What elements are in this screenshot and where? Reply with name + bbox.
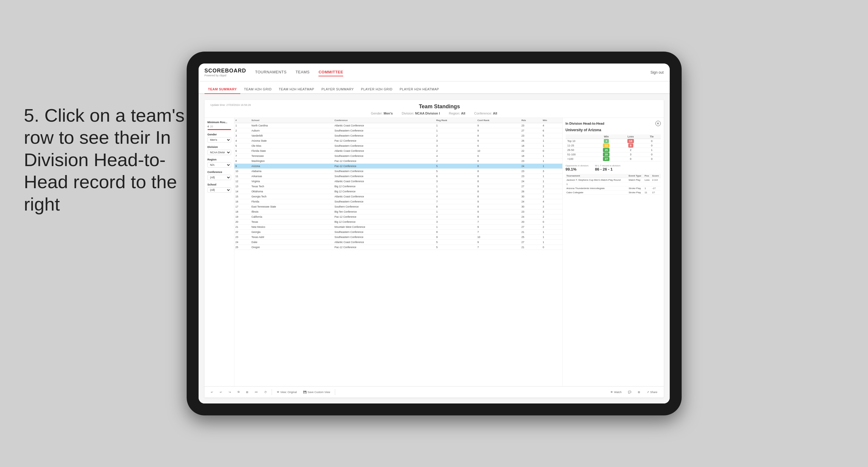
table-row[interactable]: 13 Texas Tech Big 12 Conference 1 9 27 2	[235, 184, 562, 189]
watch-button[interactable]: 👁 Watch	[609, 390, 623, 395]
cell-school: Florida	[250, 199, 333, 204]
h2h-win: 27	[594, 157, 619, 161]
cell-reg-rank: 5	[435, 164, 476, 169]
h2h-range: Top 10	[566, 139, 594, 144]
cell-rds: 18	[520, 144, 541, 149]
share-button[interactable]: ↗ Share	[645, 390, 659, 395]
table-row[interactable]: 1 North Carolina Atlantic Coast Conferen…	[235, 123, 562, 128]
sub-nav-player-h2h-heatmap[interactable]: PLAYER H2H HEATMAP	[396, 85, 442, 94]
cell-rds: 27	[520, 184, 541, 189]
cell-rds: 23	[520, 174, 541, 179]
table-row[interactable]: 4 Arizona State Pac-12 Conference 3 9 26…	[235, 138, 562, 144]
table-row[interactable]: 21 New Mexico Mountain West Conference 1…	[235, 224, 562, 229]
table-row[interactable]: 5 Ole Miss Southeastern Conference 3 6 1…	[235, 144, 562, 149]
table-row[interactable]: 24 Duke Atlantic Coast Conference 5 9 27…	[235, 240, 562, 245]
h2h-win: 20	[594, 152, 619, 157]
clock-button[interactable]: ⏱	[262, 390, 269, 395]
cell-conference: Pac-12 Conference	[333, 214, 435, 219]
table-row[interactable]: 10 Alabama Southeastern Conference 5 8 2…	[235, 169, 562, 174]
school-select[interactable]: (All)	[208, 187, 231, 193]
comment-button[interactable]: 💬	[626, 390, 633, 395]
table-row[interactable]: 16 Florida Southeastern Conference 7 9 2…	[235, 199, 562, 204]
nav-tournaments[interactable]: TOURNAMENTS	[255, 68, 287, 76]
copy-button[interactable]: ⧉	[236, 390, 241, 395]
division-select[interactable]: NCAA Division I	[208, 150, 231, 155]
cell-school: Florida State	[250, 149, 333, 154]
cell-rank: 16	[235, 199, 250, 204]
cell-reg-rank: 3	[435, 138, 476, 144]
nav-committee[interactable]: COMMITTEE	[318, 68, 343, 76]
h2h-close-button[interactable]: ✕	[655, 121, 661, 126]
cell-rank: 9	[235, 164, 250, 169]
table-row[interactable]: 3 Vanderbilt Southeastern Conference 2 8…	[235, 133, 562, 138]
cell-conference: Atlantic Coast Conference	[333, 194, 435, 199]
sub-nav-team-summary[interactable]: TEAM SUMMARY	[205, 85, 241, 94]
table-row[interactable]: 2 Auburn Southeastern Conference 1 9 27 …	[235, 128, 562, 133]
nav-teams[interactable]: TEAMS	[296, 68, 310, 76]
table-row[interactable]: 12 Virginia Atlantic Coast Conference 3 …	[235, 179, 562, 184]
cell-rank: 5	[235, 144, 250, 149]
cell-conference: Southeastern Conference	[333, 229, 435, 235]
h2h-loss: 0	[618, 157, 643, 161]
min-rounds-label: Minimum Rou...	[208, 121, 231, 124]
tournament-pos: Loss	[644, 178, 651, 182]
h2h-loss: 3	[618, 152, 643, 157]
paste-button[interactable]: ⊞	[244, 390, 250, 395]
table-row[interactable]: 6 Florida State Atlantic Coast Conferenc…	[235, 149, 562, 154]
center-panel: # School Conference Reg Rank Conf Rank R…	[235, 118, 562, 386]
table-row[interactable]: 11 Arkansas Southeastern Conference 6 8 …	[235, 174, 562, 179]
cell-school: Texas A&M	[250, 235, 333, 240]
logo-area: SCOREBOARD Powered by clippd	[205, 68, 246, 77]
min-rounds-slider[interactable]	[208, 129, 231, 130]
table-row[interactable]: 17 East Tennessee State Southern Confere…	[235, 204, 562, 209]
table-row[interactable]: 8 Washington Pac-12 Conference 2 8 23 1	[235, 159, 562, 164]
h2h-tie: 0	[643, 144, 661, 148]
tournament-pos	[644, 182, 651, 186]
tournament-row: Cabo Collegiate Stroke Play 11 17	[566, 191, 661, 195]
table-row[interactable]: 18 Illinois Big Ten Conference 1 9 23 3	[235, 209, 562, 214]
bottom-toolbar: ↩ ↩ ↪ ⧉ ⊞ ••• ⏱ 👁 View: Original	[205, 386, 664, 398]
sign-out-link[interactable]: Sign out	[650, 70, 663, 74]
cell-rds: 27	[520, 128, 541, 133]
table-row[interactable]: 25 Oregon Pac-12 Conference 5 7 21 0	[235, 245, 562, 250]
grid-button[interactable]: ⊞	[636, 390, 642, 395]
more-button[interactable]: •••	[253, 390, 259, 395]
toolbar-right: 👁 Watch 💬 ⊞ ↗ Share	[609, 390, 659, 395]
undo2-button[interactable]: ↩	[218, 390, 224, 395]
redo-button[interactable]: ↪	[227, 390, 233, 395]
region-select[interactable]: N/A	[208, 162, 231, 167]
sub-nav-player-h2h-grid[interactable]: PLAYER H2H GRID	[358, 85, 396, 94]
table-row[interactable]: 9 Arizona Pac-12 Conference 5 8 24 1	[235, 164, 562, 169]
sub-nav-team-h2h-grid[interactable]: TEAM H2H GRID	[240, 85, 275, 94]
undo-button[interactable]: ↩	[209, 390, 215, 395]
table-row[interactable]: 14 Oklahoma Big 12 Conference 3 8 26 2	[235, 189, 562, 194]
table-row[interactable]: 20 Texas Big 12 Conference 3 7 20 0	[235, 219, 562, 224]
table-row[interactable]: 15 Georgia Tech Atlantic Coast Conferenc…	[235, 194, 562, 199]
cell-rank: 1	[235, 123, 250, 128]
tournament-row: 1	[566, 182, 661, 186]
gender-select[interactable]: Men's	[208, 137, 231, 143]
sub-nav-player-summary[interactable]: PLAYER SUMMARY	[318, 85, 358, 94]
record-label: W-L-T record in-division:	[595, 164, 621, 167]
cell-conference: Big 12 Conference	[333, 219, 435, 224]
cell-conf-rank: 7	[476, 219, 520, 224]
cell-conf-rank: 8	[476, 133, 520, 138]
h2h-header-row: Win Loss Tie	[566, 134, 661, 139]
save-icon: 💾	[303, 391, 307, 394]
conference-select[interactable]: (All)	[208, 175, 231, 180]
sub-nav-team-h2h-heatmap[interactable]: TEAM H2H HEATMAP	[275, 85, 318, 94]
save-custom-button[interactable]: 💾 Save Custom View	[302, 390, 332, 395]
table-row[interactable]: 19 California Pac-12 Conference 4 8 24 2	[235, 214, 562, 219]
table-row[interactable]: 22 Georgia Southeastern Conference 8 7 2…	[235, 229, 562, 235]
table-row[interactable]: 7 Tennessee Southeastern Conference 4 6 …	[235, 154, 562, 159]
cell-school: Georgia	[250, 229, 333, 235]
view-original-button[interactable]: 👁 View: Original	[275, 390, 299, 395]
logo-title: SCOREBOARD	[205, 68, 246, 74]
cell-reg-rank: 8	[435, 229, 476, 235]
table-row[interactable]: 23 Texas A&M Southeastern Conference 9 1…	[235, 235, 562, 240]
cell-conf-rank: 7	[476, 229, 520, 235]
cell-rank: 10	[235, 169, 250, 174]
cell-school: Virginia	[250, 179, 333, 184]
min-rounds-max: 20	[210, 125, 213, 128]
cell-school: Ole Miss	[250, 144, 333, 149]
